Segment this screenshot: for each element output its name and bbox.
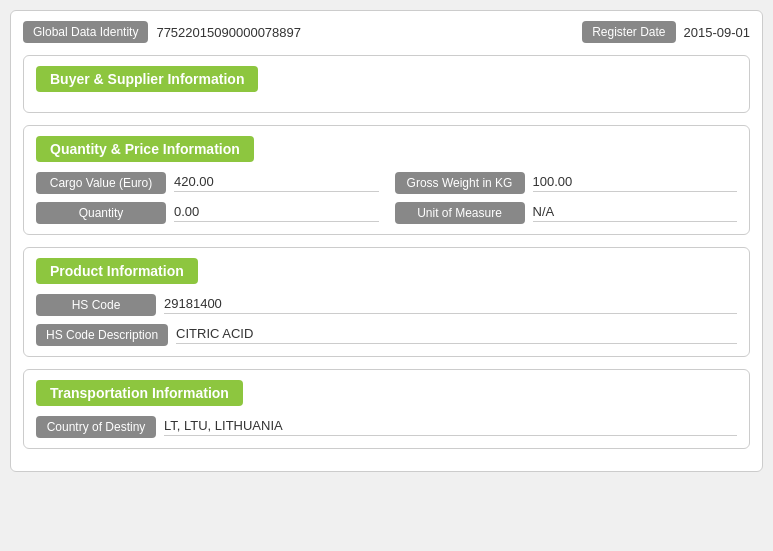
transportation-header: Transportation Information [36,380,243,406]
register-date-value: 2015-09-01 [684,25,751,40]
cargo-value-label: Cargo Value (Euro) [36,172,166,194]
product-section: Product Information HS Code 29181400 HS … [23,247,750,357]
global-data-identity-value: 77522015090000078897 [156,25,574,40]
hs-code-value: 29181400 [164,296,737,314]
hs-code-row: HS Code 29181400 [36,294,737,316]
cargo-value-value: 420.00 [174,174,379,192]
hs-code-desc-label: HS Code Description [36,324,168,346]
quantity-price-header: Quantity & Price Information [36,136,254,162]
unit-of-measure-value: N/A [533,204,738,222]
quantity-price-row1: Cargo Value (Euro) 420.00 Gross Weight i… [36,172,737,194]
hs-code-desc-row: HS Code Description CITRIC ACID [36,324,737,346]
country-destiny-value: LT, LTU, LITHUANIA [164,418,737,436]
hs-code-label: HS Code [36,294,156,316]
header-row: Global Data Identity 7752201509000007889… [23,21,750,43]
gross-weight-value: 100.00 [533,174,738,192]
buyer-supplier-section: Buyer & Supplier Information [23,55,750,113]
quantity-label: Quantity [36,202,166,224]
country-destiny-row: Country of Destiny LT, LTU, LITHUANIA [36,416,737,438]
register-date-label: Register Date [582,21,675,43]
gross-weight-field: Gross Weight in KG 100.00 [395,172,738,194]
product-header: Product Information [36,258,198,284]
gross-weight-label: Gross Weight in KG [395,172,525,194]
main-container: Global Data Identity 7752201509000007889… [10,10,763,472]
hs-code-desc-value: CITRIC ACID [176,326,737,344]
unit-of-measure-label: Unit of Measure [395,202,525,224]
cargo-value-field: Cargo Value (Euro) 420.00 [36,172,379,194]
country-destiny-label: Country of Destiny [36,416,156,438]
buyer-supplier-header: Buyer & Supplier Information [36,66,258,92]
quantity-price-section: Quantity & Price Information Cargo Value… [23,125,750,235]
transportation-section: Transportation Information Country of De… [23,369,750,449]
unit-of-measure-field: Unit of Measure N/A [395,202,738,224]
global-data-identity-label: Global Data Identity [23,21,148,43]
quantity-field: Quantity 0.00 [36,202,379,224]
quantity-value: 0.00 [174,204,379,222]
quantity-price-row2: Quantity 0.00 Unit of Measure N/A [36,202,737,224]
